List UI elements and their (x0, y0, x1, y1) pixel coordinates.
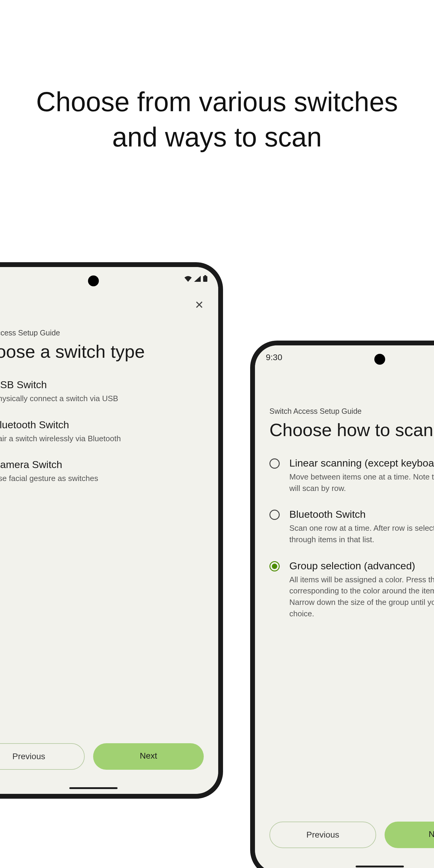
camera-hole-icon (374, 354, 385, 365)
screen-title: Choose how to scan (255, 419, 434, 450)
hero-title-line1: Choose from various switches (36, 87, 398, 117)
status-bar: 9:30 (255, 345, 434, 366)
signal-icon (194, 274, 201, 284)
camera-hole-icon (88, 276, 99, 286)
radio-label: Linear scanning (except keyboa (289, 457, 434, 469)
radio-label: Camera Switch (0, 459, 204, 470)
radio-option-linear-scanning[interactable]: Linear scanning (except keyboa Move betw… (270, 450, 434, 501)
home-indicator-icon[interactable] (355, 866, 404, 867)
radio-button-selected-icon (270, 561, 280, 571)
next-button[interactable]: Next (93, 743, 204, 770)
radio-desc: Physically connect a switch via USB (0, 393, 204, 404)
radio-text: Bluetooth Switch Pair a switch wirelessl… (0, 419, 204, 444)
radio-desc: All items will be assigned a color. Pres… (289, 574, 434, 620)
status-icons (184, 274, 207, 284)
radio-list: USB Switch Physically connect a switch v… (0, 372, 218, 492)
next-button[interactable]: Next (384, 822, 434, 848)
radio-option-camera-switch[interactable]: Camera Switch Use facial gesture as swit… (0, 452, 204, 492)
hero-title: Choose from various switches and ways to… (0, 84, 434, 155)
phone-screen-left: 0 ✕ witch Access Setup Guide Choose a sw… (0, 267, 218, 794)
radio-desc: Pair a switch wirelessly via Bluetooth (0, 433, 204, 444)
radio-text: Group selection (advanced) All items wil… (289, 560, 434, 620)
svg-rect-1 (204, 275, 206, 276)
radio-desc: Scan one row at a time. After row is sel… (289, 523, 434, 545)
radio-label: Group selection (advanced) (289, 560, 434, 572)
radio-desc: Move between items one at a time. Note t… (289, 471, 434, 494)
phone-frame-left: 0 ✕ witch Access Setup Guide Choose a sw… (0, 262, 223, 799)
battery-icon (203, 274, 207, 284)
close-icon[interactable]: ✕ (195, 300, 204, 310)
radio-text: USB Switch Physically connect a switch v… (0, 379, 204, 404)
wifi-icon (184, 274, 192, 284)
bottom-buttons: Previous Next (255, 822, 434, 848)
radio-label: Bluetooth Switch (0, 419, 204, 431)
radio-button-icon (270, 510, 280, 520)
close-row: ✕ (0, 287, 218, 310)
close-row: ✕ (255, 366, 434, 389)
status-time: 9:30 (266, 352, 282, 362)
radio-text: Linear scanning (except keyboa Move betw… (289, 457, 434, 494)
screen-subtitle: witch Access Setup Guide (0, 329, 218, 337)
screen-title: Choose a switch type (0, 341, 218, 372)
hero-title-line2: and ways to scan (112, 122, 321, 152)
previous-button[interactable]: Previous (0, 743, 85, 770)
bottom-buttons: Previous Next (0, 743, 218, 770)
radio-desc: Use facial gesture as switches (0, 473, 204, 484)
radio-label: Bluetooth Switch (289, 508, 434, 520)
home-indicator-icon[interactable] (69, 787, 118, 789)
phone-screen-right: 9:30 ✕ Switch Access Setup Guide Choose … (255, 345, 434, 868)
radio-button-icon (270, 458, 280, 469)
radio-list: Linear scanning (except keyboa Move betw… (255, 450, 434, 627)
radio-text: Bluetooth Switch Scan one row at a time.… (289, 508, 434, 545)
previous-button[interactable]: Previous (270, 822, 376, 848)
radio-option-group-selection[interactable]: Group selection (advanced) All items wil… (270, 553, 434, 627)
radio-text: Camera Switch Use facial gesture as swit… (0, 459, 204, 484)
radio-label: USB Switch (0, 379, 204, 391)
svg-rect-0 (203, 276, 207, 282)
screen-subtitle: Switch Access Setup Guide (255, 407, 434, 415)
status-bar: 0 (0, 267, 218, 287)
radio-option-bluetooth-switch[interactable]: Bluetooth Switch Pair a switch wirelessl… (0, 412, 204, 452)
radio-option-usb-switch[interactable]: USB Switch Physically connect a switch v… (0, 372, 204, 412)
radio-option-bluetooth-switch-scan[interactable]: Bluetooth Switch Scan one row at a time.… (270, 501, 434, 553)
phone-frame-right: 9:30 ✕ Switch Access Setup Guide Choose … (250, 341, 434, 868)
